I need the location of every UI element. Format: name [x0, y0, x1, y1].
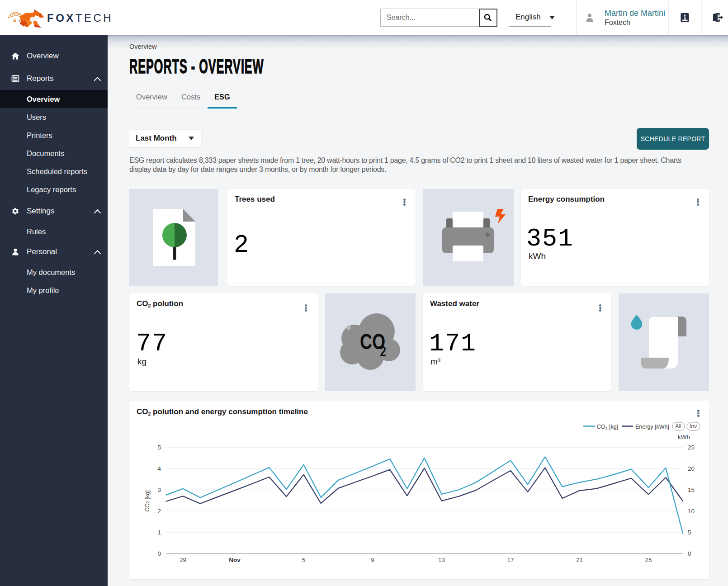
svg-text:5: 5: [688, 529, 691, 536]
svg-text:13: 13: [438, 557, 445, 563]
svg-text:21: 21: [576, 557, 583, 563]
svg-text:5: 5: [157, 444, 161, 451]
svg-text:25: 25: [688, 444, 695, 451]
svg-text:3: 3: [157, 487, 161, 493]
svg-text:15: 15: [688, 487, 695, 493]
svg-text:5: 5: [302, 557, 306, 563]
svg-text:20: 20: [688, 465, 695, 472]
svg-text:2: 2: [157, 508, 161, 515]
svg-text:Nov: Nov: [229, 557, 241, 563]
svg-text:9: 9: [371, 557, 374, 563]
svg-text:CO2 [kg]: CO2 [kg]: [144, 490, 151, 511]
svg-text:2: 2: [380, 344, 386, 359]
svg-text:Inv: Inv: [690, 423, 697, 430]
svg-text:0: 0: [688, 550, 691, 557]
svg-text:17: 17: [507, 557, 514, 563]
svg-text:kWh: kWh: [678, 434, 690, 440]
svg-text:29: 29: [180, 557, 186, 563]
svg-text:4: 4: [157, 465, 161, 472]
svg-text:1: 1: [157, 529, 161, 536]
svg-text:All: All: [675, 423, 681, 430]
svg-text:25: 25: [645, 557, 652, 563]
svg-text:10: 10: [688, 508, 695, 515]
svg-text:CO2 [kg]: CO2 [kg]: [597, 424, 618, 431]
svg-text:Energy [kWh]: Energy [kWh]: [635, 424, 669, 430]
svg-text:0: 0: [157, 550, 161, 557]
